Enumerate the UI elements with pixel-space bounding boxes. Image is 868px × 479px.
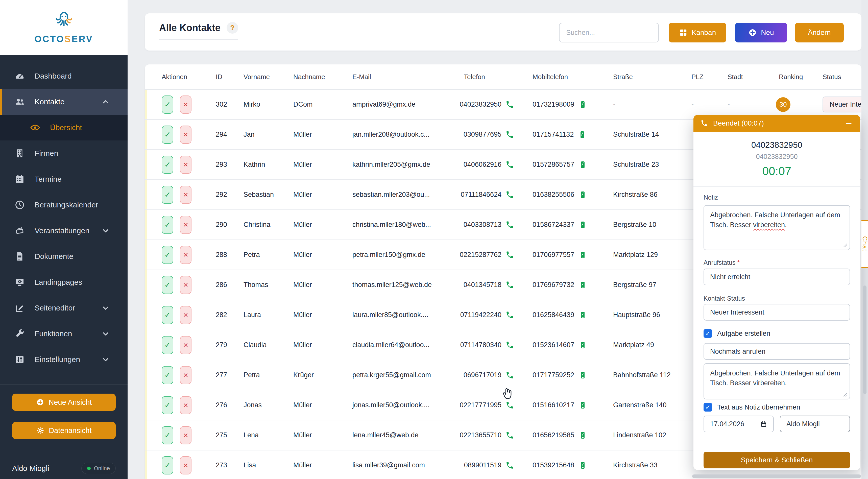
call-mobile-icon[interactable] — [579, 341, 587, 349]
resize-grip-icon[interactable] — [842, 392, 847, 397]
sidebar-item--bersicht[interactable]: Übersicht — [0, 115, 128, 141]
sidebar-item-dashboard[interactable]: Dashboard — [0, 63, 128, 89]
reject-button[interactable]: × — [180, 95, 191, 114]
sidebar-item-termine[interactable]: Termine — [0, 166, 128, 192]
approve-button[interactable]: ✓ — [162, 306, 173, 324]
sidebar-item-veranstaltungen[interactable]: Veranstaltungen — [0, 218, 128, 243]
sidebar-item-seiteneditor[interactable]: Seiteneditor — [0, 295, 128, 321]
edit-button[interactable]: Ändern — [795, 23, 844, 42]
sidebar-item-landingpages[interactable]: Landingpages — [0, 269, 128, 295]
aufgabe-checkbox[interactable]: ✓ — [704, 329, 712, 338]
approve-button[interactable]: ✓ — [162, 366, 173, 384]
sidebar-item-firmen[interactable]: Firmen — [0, 141, 128, 166]
new-contact-button[interactable]: Neu — [735, 23, 787, 42]
reject-button[interactable]: × — [180, 186, 191, 204]
call-mobile-icon[interactable] — [579, 281, 587, 289]
reject-button[interactable]: × — [180, 366, 191, 384]
reject-button[interactable]: × — [180, 216, 191, 234]
aufgabe-checkbox-row: ✓ Aufgabe erstellen — [704, 329, 770, 338]
reject-button[interactable]: × — [180, 396, 191, 414]
call-phone-icon[interactable] — [505, 160, 514, 169]
approve-button[interactable]: ✓ — [162, 186, 173, 204]
sidebar-item-dokumente[interactable]: Dokumente — [0, 243, 128, 269]
sidebar-item-kontakte[interactable]: Kontakte — [0, 89, 128, 115]
call-mobile-icon[interactable] — [579, 161, 587, 169]
approve-button[interactable]: ✓ — [162, 396, 173, 414]
search-input[interactable] — [559, 23, 659, 42]
sidebar-item-einstellungen[interactable]: Einstellungen — [0, 347, 128, 372]
kanban-button[interactable]: Kanban — [669, 23, 726, 42]
approve-button[interactable]: ✓ — [162, 246, 173, 264]
call-panel-header[interactable]: Beendet (00:07) — [693, 115, 860, 131]
call-phone-icon[interactable] — [505, 371, 514, 380]
call-phone-icon[interactable] — [505, 220, 514, 229]
sidebar-item-funktionen[interactable]: Funktionen — [0, 321, 128, 347]
call-phone-icon[interactable] — [505, 461, 514, 470]
calendar-icon[interactable] — [760, 420, 767, 427]
approve-button[interactable]: ✓ — [162, 216, 173, 234]
call-phone-icon[interactable] — [505, 281, 514, 289]
cell-vorname: Claudia — [235, 341, 285, 349]
call-phone-icon[interactable] — [505, 341, 514, 350]
call-mobile-icon[interactable] — [578, 130, 586, 139]
data-view-button[interactable]: Datenansicht — [12, 422, 116, 439]
approve-button[interactable]: ✓ — [162, 156, 173, 174]
call-mobile-icon[interactable] — [579, 191, 587, 199]
new-view-button[interactable]: Neue Ansicht — [12, 394, 116, 411]
reject-button[interactable]: × — [180, 125, 191, 144]
cell-vorname: Lisa — [235, 461, 285, 469]
call-mobile-icon[interactable] — [579, 371, 587, 379]
vertical-scrollbar[interactable] — [863, 286, 867, 394]
resize-grip-icon[interactable] — [842, 242, 847, 247]
call-phone-icon[interactable] — [505, 130, 514, 139]
help-icon[interactable]: ? — [226, 22, 238, 34]
call-mobile-icon[interactable] — [579, 461, 587, 470]
call-mobile-icon[interactable] — [579, 431, 587, 439]
kontakt-status-input[interactable]: Neuer Interessent — [704, 304, 850, 321]
call-mobile-icon[interactable] — [579, 311, 587, 319]
online-dot-icon — [87, 467, 91, 470]
anrufstatus-input[interactable]: Nicht erreicht — [704, 269, 850, 285]
reject-button[interactable]: × — [180, 336, 191, 354]
calendar-icon — [14, 174, 25, 184]
cell-mobiltelefon: 01717759252 — [532, 371, 574, 379]
cell-id: 292 — [207, 191, 235, 199]
minimize-icon[interactable] — [844, 119, 853, 127]
call-mobile-icon[interactable] — [579, 401, 587, 409]
save-close-button[interactable]: Speichern & Schließen — [704, 452, 850, 469]
call-phone-icon[interactable] — [505, 431, 514, 440]
approve-button[interactable]: ✓ — [162, 456, 173, 475]
call-mobile-icon[interactable] — [579, 251, 587, 259]
chat-tab[interactable]: Chat — [862, 220, 868, 268]
call-phone-icon[interactable] — [505, 401, 514, 410]
call-phone-icon[interactable] — [505, 311, 514, 319]
notiz-textarea[interactable]: Abgebrochen. Falsche Unterlagen auf dem … — [704, 205, 850, 250]
status-badge[interactable]: Neuer Interessent — [823, 96, 862, 113]
approve-button[interactable]: ✓ — [162, 95, 173, 114]
call-mobile-icon[interactable] — [579, 221, 587, 229]
due-date-input[interactable]: 17.04.2026 — [704, 416, 774, 432]
reject-button[interactable]: × — [180, 246, 191, 264]
approve-button[interactable]: ✓ — [162, 125, 173, 144]
horizontal-scrollbar[interactable] — [692, 475, 861, 478]
call-phone-icon[interactable] — [505, 190, 514, 199]
approve-button[interactable]: ✓ — [162, 426, 173, 444]
aufgabe-titel-input[interactable]: Nochmals anrufen — [704, 343, 850, 360]
sidebar-item-beratungskalender[interactable]: Beratungskalender — [0, 192, 128, 218]
approve-button[interactable]: ✓ — [162, 276, 173, 294]
cell-vorname: Sebastian — [235, 191, 285, 199]
aufgabe-text-textarea[interactable]: Abgebrochen. Falsche Unterlagen auf dem … — [704, 363, 850, 399]
reject-button[interactable]: × — [180, 456, 191, 475]
call-phone-icon[interactable] — [505, 100, 514, 109]
col-telefon: Telefon — [450, 73, 516, 81]
call-phone-icon[interactable] — [505, 250, 514, 259]
cell-strasse: Bergstraße 10 — [596, 221, 672, 229]
reject-button[interactable]: × — [180, 276, 191, 294]
reject-button[interactable]: × — [180, 426, 191, 444]
reject-button[interactable]: × — [180, 306, 191, 324]
reject-button[interactable]: × — [180, 156, 191, 174]
approve-button[interactable]: ✓ — [162, 336, 173, 354]
call-mobile-icon[interactable] — [579, 100, 587, 109]
owner-input[interactable]: Aldo Miogli — [780, 416, 850, 432]
notiz-uebernehmen-checkbox[interactable]: ✓ — [704, 403, 712, 412]
